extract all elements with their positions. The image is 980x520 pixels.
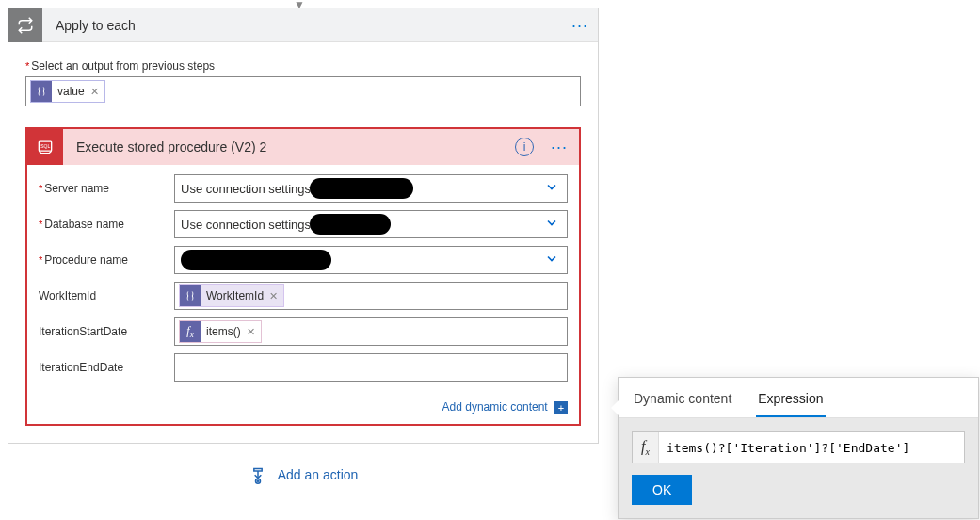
- dynamic-content-icon: [31, 81, 52, 102]
- server-name-value: Use connection settings: [181, 182, 311, 196]
- iterationstartdate-label: IterationStartDate: [39, 325, 174, 338]
- apply-to-each-menu[interactable]: ···: [571, 17, 598, 34]
- value-token-label: value: [57, 85, 85, 98]
- workitemid-label: WorkItemId: [39, 289, 174, 302]
- fx-icon: fx: [180, 321, 201, 342]
- remove-token-icon[interactable]: ✕: [247, 326, 255, 338]
- apply-to-each-header[interactable]: Apply to each ···: [8, 8, 598, 42]
- server-name-dropdown[interactable]: Use connection settings: [174, 174, 568, 203]
- expression-popup: Dynamic content Expression fx OK: [618, 377, 979, 519]
- expression-input-wrapper: fx: [632, 431, 965, 463]
- chevron-down-icon: [546, 253, 557, 268]
- procedure-name-label: *Procedure name: [39, 253, 174, 267]
- database-name-dropdown[interactable]: Use connection settings: [174, 210, 568, 238]
- svg-rect-2: [253, 469, 261, 472]
- sql-icon: SQL: [27, 129, 63, 165]
- value-token[interactable]: value ✕: [30, 80, 105, 103]
- svg-text:SQL: SQL: [40, 143, 50, 149]
- iterationstartdate-field[interactable]: fx items() ✕: [174, 317, 568, 346]
- execute-sp-card: SQL Execute stored procedure (V2) 2 i ··…: [25, 127, 581, 426]
- apply-to-each-title: Apply to each: [42, 18, 571, 33]
- dynamic-content-icon: [180, 285, 201, 306]
- execute-sp-menu[interactable]: ···: [551, 138, 568, 155]
- iterationenddate-field[interactable]: [174, 353, 568, 382]
- items-fx-token[interactable]: fx items() ✕: [179, 320, 262, 343]
- items-token-label: items(): [206, 325, 241, 338]
- remove-token-icon[interactable]: ✕: [90, 86, 99, 98]
- ok-button[interactable]: OK: [632, 475, 692, 505]
- execute-sp-title: Execute stored procedure (V2) 2: [63, 139, 515, 154]
- chevron-down-icon: [546, 182, 557, 196]
- tab-dynamic-content[interactable]: Dynamic content: [632, 385, 733, 417]
- add-dynamic-content-link[interactable]: Add dynamic content +: [27, 395, 579, 424]
- tab-expression[interactable]: Expression: [756, 385, 825, 417]
- execute-sp-header[interactable]: SQL Execute stored procedure (V2) 2 i ··…: [27, 129, 579, 165]
- iterationenddate-label: IterationEndDate: [39, 361, 174, 374]
- popup-beak: [611, 400, 619, 415]
- procedure-name-dropdown[interactable]: [174, 246, 568, 274]
- add-an-action-button[interactable]: Add an action: [8, 466, 599, 485]
- database-name-label: *Database name: [39, 218, 174, 231]
- redacted-value: [310, 178, 413, 199]
- database-name-value: Use connection settings: [181, 218, 311, 232]
- fx-icon: fx: [633, 432, 659, 463]
- apply-to-each-card: Apply to each ··· *Select an output from…: [8, 8, 599, 444]
- add-step-icon: [249, 466, 267, 485]
- select-output-field[interactable]: value ✕: [25, 76, 581, 106]
- required-star: *: [25, 60, 29, 72]
- popup-tabs: Dynamic content Expression: [619, 378, 978, 418]
- select-output-label: *Select an output from previous steps: [25, 59, 581, 73]
- info-icon[interactable]: i: [515, 138, 534, 156]
- redacted-value: [181, 250, 331, 270]
- loop-icon: [8, 8, 42, 42]
- plus-icon: +: [554, 401, 568, 414]
- workitemid-field[interactable]: WorkItemId ✕: [174, 282, 568, 310]
- expression-input[interactable]: [659, 441, 958, 455]
- workitemid-token[interactable]: WorkItemId ✕: [179, 284, 284, 307]
- workitemid-token-label: WorkItemId: [206, 289, 264, 302]
- chevron-down-icon: [546, 218, 557, 232]
- remove-token-icon[interactable]: ✕: [269, 290, 278, 302]
- server-name-label: *Server name: [39, 182, 174, 195]
- redacted-value: [310, 214, 391, 235]
